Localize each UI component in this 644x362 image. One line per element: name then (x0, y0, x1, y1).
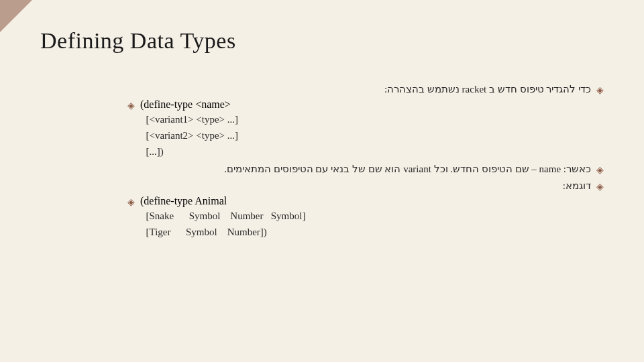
animal-line2: [Snake Symbol Number Symbol] (40, 209, 604, 223)
bullet-example-text: דוגמא: (563, 180, 591, 191)
bullet-explanation-text: כאשר: name – שם הטיפוס החדש. וכל variant… (224, 164, 591, 174)
define-type-line1: (define-type <name> (140, 99, 231, 110)
diamond-icon: ◈ (596, 180, 604, 194)
slide-title: Defining Data Types (40, 28, 604, 54)
bullet-example-label: ◈דוגמא: (40, 178, 604, 194)
animal-line3: [Tiger Symbol Number]) (40, 225, 604, 239)
slide-content: Defining Data Types ◈כדי להגדיר טיפוס חד… (0, 0, 644, 239)
bullet-explanation: ◈כאשר: name – שם הטיפוס החדש. וכל varian… (40, 162, 604, 177)
bullet-define-type: ◈(define-type <name> (40, 99, 604, 111)
diamond-icon: ◈ (596, 163, 604, 177)
bullet-intro: ◈כדי להגדיר טיפוס חדש ב racket נשתמש בהצ… (40, 82, 604, 97)
corner-accent (0, 0, 32, 32)
bullet-intro-text: כדי להגדיר טיפוס חדש ב racket נשתמש בהצה… (384, 84, 591, 95)
diamond-icon: ◈ (127, 196, 135, 208)
define-type-line2: [<variant1> <type> ...] (40, 113, 604, 126)
diamond-icon: ◈ (596, 83, 604, 97)
define-type-line3: [<variant2> <type> ...] (40, 129, 604, 142)
diamond-icon: ◈ (127, 100, 135, 111)
bullet-animal: ◈(define-type Animal (40, 195, 604, 208)
animal-line1: (define-type Animal (140, 195, 227, 206)
define-type-line4: [...]) (40, 145, 604, 158)
